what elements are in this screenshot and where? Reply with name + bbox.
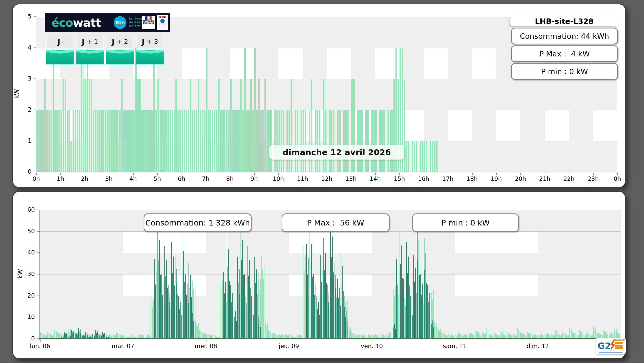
g2e-tagline — [599, 352, 623, 353]
ecowatt-signal-tile-j1[interactable] — [76, 50, 104, 64]
energy-dashboard: 0h1h2h3h4h5h6h7h8h9h10h11h12h13h14h15h16… — [0, 0, 644, 363]
ecowatt-signal-tile-j[interactable] — [46, 50, 74, 64]
motto-line — [145, 26, 152, 26]
ecowatt-banner: écowatt Rte Le réseau de transport d'éle… — [45, 13, 170, 32]
french-flag-icon — [145, 16, 152, 20]
day-button-j3-suffix: + 3 — [146, 38, 158, 45]
ademe-globe-icon — [160, 19, 165, 23]
day-button-j3-label: J — [142, 37, 145, 46]
republique-line2: FRANÇAISE — [143, 22, 154, 24]
weekly-pmin-stat: P min : 0 kW — [412, 213, 519, 232]
weekly-consumption-stat: Consommation: 1 328 kWh — [144, 213, 252, 232]
weekly-pmax-stat: P Max : 56 kW — [282, 213, 390, 232]
ecowatt-logo: écowatt — [52, 16, 101, 29]
day-button-j-label: J — [57, 37, 60, 46]
site-label: LHB-site-L328 — [510, 16, 618, 26]
day-button-j3[interactable]: J+ 3 — [136, 35, 164, 49]
ademe-logo: ADEME — [157, 15, 168, 30]
republique-text: RÉPUBLIQUE FRANÇAISE — [143, 20, 154, 24]
g2e-logo-text: G2 — [598, 341, 611, 351]
day-button-j2[interactable]: J+ 2 — [106, 35, 134, 49]
ecowatt-logo-watt: watt — [73, 16, 101, 29]
republique-francaise-logo: RÉPUBLIQUE FRANÇAISE — [142, 16, 155, 29]
ecowatt-logo-eco: éco — [52, 16, 73, 29]
motto-line — [145, 25, 152, 25]
ecowatt-signal-tile-j3[interactable] — [136, 50, 164, 64]
ademe-text: ADEME — [158, 16, 166, 18]
lightning-bolt-icon — [610, 340, 616, 351]
ademe-line — [159, 25, 166, 25]
daily-consumption-stat: Consommation: 44 kWh — [511, 28, 618, 44]
day-button-j1-label: J — [82, 37, 85, 46]
daily-pmin-stat: P min : 0 kW — [511, 63, 618, 80]
day-button-j1-suffix: + 1 — [86, 38, 98, 45]
g2e-logo-e-stripes — [615, 342, 623, 350]
rte-logo-icon: Rte — [114, 16, 126, 29]
ademe-line — [159, 24, 166, 24]
day-button-j[interactable]: J — [46, 35, 74, 49]
day-button-j2-label: J — [112, 37, 115, 46]
daily-pmax-stat: P Max : 4 kW — [511, 45, 618, 62]
day-button-j2-suffix: + 2 — [116, 38, 128, 45]
g2e-logo: G2 FRANCE — [596, 338, 626, 354]
date-label: dimanche 12 avril 2026 — [269, 145, 404, 160]
ecowatt-signal-tile-j2[interactable] — [106, 50, 134, 64]
day-button-j1[interactable]: J+ 1 — [76, 35, 104, 49]
